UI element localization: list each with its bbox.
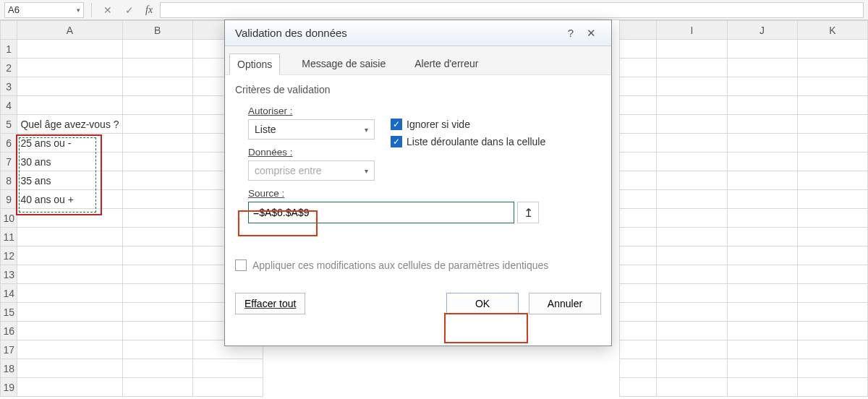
tab-error-alert[interactable]: Alerte d'erreur — [407, 53, 485, 74]
row-header[interactable]: 3 — [1, 77, 17, 96]
row-header[interactable]: 7 — [1, 153, 17, 171]
tab-options[interactable]: Options — [229, 53, 280, 75]
row-header[interactable]: 9 — [1, 190, 17, 209]
col-header[interactable]: J — [727, 21, 797, 40]
data-validation-dialog: Validation des données ? ✕ Options Messa… — [224, 20, 612, 346]
col-header[interactable]: A — [17, 21, 122, 40]
divider — [91, 3, 92, 17]
data-select: comprise entre ▾ — [248, 160, 375, 181]
source-label: Source : — [248, 188, 601, 199]
col-header[interactable]: I — [657, 21, 727, 40]
cancel-button[interactable]: Annuler — [529, 293, 601, 314]
clear-all-button[interactable]: Effacer tout — [235, 293, 305, 314]
row-header[interactable]: 19 — [1, 378, 17, 397]
formula-bar: A6 ▾ ✕ ✓ fx — [0, 0, 868, 20]
range-picker-icon[interactable]: ↥ — [517, 202, 539, 223]
close-icon[interactable]: ✕ — [581, 27, 601, 40]
row-header[interactable]: 11 — [1, 228, 17, 246]
row-header[interactable]: 5 — [1, 115, 17, 134]
row-header[interactable]: 10 — [1, 209, 17, 228]
check-icon: ✓ — [391, 136, 402, 147]
col-header[interactable]: K — [797, 21, 867, 40]
chevron-down-icon: ▾ — [365, 126, 368, 134]
fx-label[interactable]: fx — [145, 4, 153, 16]
chevron-down-icon: ▾ — [365, 167, 368, 175]
chevron-down-icon[interactable]: ▾ — [77, 7, 80, 14]
row-header[interactable]: 1 — [1, 40, 17, 59]
data-value: comprise entre — [255, 165, 322, 176]
col-gap — [620, 21, 657, 40]
dialog-titlebar[interactable]: Validation des données ? ✕ — [225, 20, 611, 46]
row-header[interactable]: 14 — [1, 284, 17, 303]
source-input[interactable] — [248, 202, 514, 223]
apply-same-settings-checkbox[interactable]: ✓ Appliquer ces modifications aux cellul… — [235, 259, 601, 271]
dialog-title: Validation des données — [235, 27, 347, 39]
select-all-corner[interactable] — [1, 21, 17, 40]
cell-A6[interactable]: 25 ans ou - — [17, 134, 122, 153]
in-cell-dropdown-label: Liste déroulante dans la cellule — [407, 136, 545, 147]
checkbox-empty-icon: ✓ — [235, 259, 247, 271]
ignore-blank-label: Ignorer si vide — [407, 119, 470, 130]
row-header[interactable]: 15 — [1, 303, 17, 322]
row-header[interactable]: 13 — [1, 265, 17, 284]
ignore-blank-checkbox[interactable]: ✓ Ignorer si vide — [391, 119, 545, 130]
data-label: Données : — [248, 147, 375, 158]
cell-A7[interactable]: 30 ans — [17, 153, 122, 171]
row-header[interactable]: 16 — [1, 322, 17, 340]
row-header[interactable]: 12 — [1, 246, 17, 265]
cell-A8[interactable]: 35 ans — [17, 171, 122, 190]
confirm-edit-icon[interactable]: ✓ — [121, 2, 138, 18]
formula-input[interactable] — [160, 2, 864, 18]
allow-label: Autoriser : — [248, 106, 375, 116]
tab-input-message[interactable]: Message de saisie — [294, 53, 393, 74]
dialog-tabs: Options Message de saisie Alerte d'erreu… — [225, 46, 611, 75]
check-icon: ✓ — [391, 119, 402, 130]
cancel-edit-icon[interactable]: ✕ — [99, 2, 116, 18]
section-validation-criteria: Critères de validation — [235, 84, 601, 95]
cell-A5[interactable]: Quel âge avez-vous ? — [17, 115, 122, 134]
col-header[interactable]: B — [122, 21, 192, 40]
name-box[interactable]: A6 ▾ — [4, 2, 84, 18]
row-header[interactable]: 18 — [1, 359, 17, 378]
row-header[interactable]: 2 — [1, 59, 17, 77]
allow-value: Liste — [255, 124, 276, 135]
row-header[interactable]: 17 — [1, 340, 17, 359]
allow-select[interactable]: Liste ▾ — [248, 119, 375, 140]
help-icon[interactable]: ? — [561, 27, 581, 39]
apply-same-label: Appliquer ces modifications aux cellules… — [252, 259, 548, 271]
ok-button[interactable]: OK — [446, 293, 519, 314]
row-header[interactable]: 8 — [1, 171, 17, 190]
name-box-value: A6 — [8, 4, 20, 15]
cell-A9[interactable]: 40 ans ou + — [17, 190, 122, 209]
in-cell-dropdown-checkbox[interactable]: ✓ Liste déroulante dans la cellule — [391, 136, 545, 147]
row-header[interactable]: 6 — [1, 134, 17, 153]
row-header[interactable]: 4 — [1, 96, 17, 115]
